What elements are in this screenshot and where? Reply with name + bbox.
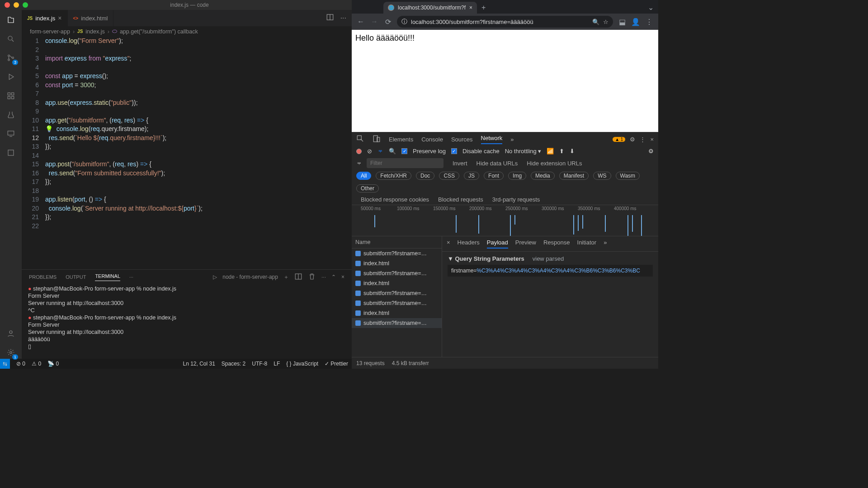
device-toggle-icon[interactable] [373,135,381,144]
close-icon[interactable]: × [469,5,472,11]
remote-explorer-icon[interactable] [5,127,17,140]
terminal-task-label[interactable]: node - form-server-app [222,274,278,280]
settings-gear-icon[interactable]: ⚙ [630,136,635,143]
record-icon[interactable] [356,149,362,154]
request-row[interactable]: submitform?firstname=… [352,249,442,258]
status-eol[interactable]: LF [274,361,280,367]
type-pill-media[interactable]: Media [531,172,555,180]
ext1-icon[interactable] [5,146,17,159]
close-icon[interactable]: × [341,274,344,280]
new-tab-icon[interactable]: + [477,2,490,14]
type-pill-all[interactable]: All [356,172,371,180]
request-row[interactable]: submitform?firstname=… [352,318,442,328]
import-icon[interactable]: ⬆ [559,148,564,155]
type-pill-css[interactable]: CSS [439,172,459,180]
status-warnings[interactable]: ⚠ 0 [32,361,41,367]
type-pill-wasm[interactable]: Wasm [616,172,640,180]
network-conditions-icon[interactable]: 📶 [547,148,554,155]
traffic-close-icon[interactable] [5,2,10,8]
remote-indicator-icon[interactable]: ⇆ [0,359,10,369]
section-toggle-icon[interactable]: ▼ [448,255,453,262]
terminal-run-icon[interactable]: ▷ [213,274,217,280]
site-info-icon[interactable]: ⓘ [401,18,407,26]
type-pill-doc[interactable]: Doc [416,172,434,180]
type-pill-manifest[interactable]: Manifest [559,172,589,180]
devtools-tab-sources[interactable]: Sources [451,136,473,143]
view-parsed-link[interactable]: view parsed [533,255,564,262]
type-pill-font[interactable]: Font [484,172,504,180]
filter-toggle-icon[interactable]: ⫧ [377,148,383,155]
search-icon[interactable] [5,33,17,45]
panel-tab-more[interactable]: ··· [129,274,133,280]
more-tabs-icon[interactable]: » [510,136,514,143]
zoom-icon[interactable]: 🔍 [592,19,599,25]
network-timeline[interactable]: 50000 ms100000 ms150000 ms200000 ms25000… [352,205,658,236]
traffic-max-icon[interactable] [23,2,28,8]
request-row[interactable]: index.html [352,278,442,288]
profile-icon[interactable]: 👤 [631,18,640,26]
more-icon[interactable]: ··· [321,274,326,280]
testing-icon[interactable] [5,108,17,121]
split-editor-icon[interactable] [326,13,334,23]
status-spaces[interactable]: Spaces: 2 [222,361,245,367]
status-encoding[interactable]: UTF-8 [252,361,267,367]
explorer-icon[interactable] [5,14,17,26]
terminal[interactable]: ● stephan@MacBook-Pro form-server-app % … [22,284,352,359]
status-lang[interactable]: { } JavaScript [286,361,318,367]
throttling-select[interactable]: No throttling ▾ [505,148,542,155]
status-ports[interactable]: 📡 0 [47,361,59,367]
inspect-icon[interactable] [356,135,364,144]
scm-icon[interactable]: 3 [5,52,17,64]
traffic-min-icon[interactable] [14,2,19,8]
request-row[interactable]: index.html [352,258,442,268]
settings-gear-icon[interactable]: ⚙ [648,148,654,155]
tab-index-js[interactable]: JS index.js × [22,10,68,26]
account-icon[interactable] [5,327,17,340]
disable-cache-checkbox[interactable]: ✓ [451,148,457,154]
more-icon[interactable]: ⋮ [640,136,646,143]
debug-icon[interactable] [5,70,17,83]
search-icon[interactable]: 🔍 [389,148,396,155]
code-editor[interactable]: 12345678910111213141516171819202122 cons… [22,37,352,269]
panel-tab-output[interactable]: OUTPUT [66,274,86,280]
back-icon[interactable]: ← [356,18,365,26]
devtools-tab-console[interactable]: Console [421,136,443,143]
terminal-split-icon[interactable] [294,272,302,282]
menu-icon[interactable]: ⋮ [645,18,654,26]
reload-icon[interactable]: ⟳ [383,18,392,26]
detail-tab-response[interactable]: Response [543,239,570,249]
request-row[interactable]: index.html [352,308,442,318]
more-tabs-icon[interactable]: » [604,239,607,249]
chevron-up-icon[interactable]: ⌃ [331,274,336,280]
type-pill-img[interactable]: Img [508,172,526,180]
extensions-icon[interactable] [5,89,17,102]
devtools-tab-elements[interactable]: Elements [389,136,413,143]
export-icon[interactable]: ⬇ [570,148,575,155]
status-prettier[interactable]: ✓ Prettier [325,361,348,367]
status-cursor[interactable]: Ln 12, Col 31 [183,361,215,367]
detail-tab-payload[interactable]: Payload [487,239,508,249]
terminal-new-icon[interactable]: ＋ [283,273,289,281]
clear-icon[interactable]: ⊘ [367,148,372,155]
type-pill-fetch/xhr[interactable]: Fetch/XHR [376,172,411,180]
request-row[interactable]: submitform?firstname=… [352,288,442,298]
request-row[interactable]: submitform?firstname=… [352,298,442,308]
filter-input[interactable] [367,158,443,168]
bookmark-icon[interactable]: ☆ [603,19,609,25]
close-icon[interactable]: × [58,14,61,22]
settings-gear-icon[interactable]: 1 [5,346,17,359]
close-icon[interactable]: × [447,239,450,249]
more-icon[interactable]: ··· [340,14,346,22]
address-bar[interactable]: ⓘ localhost:3000/submitform?firstname=ää… [397,16,613,28]
detail-tab-preview[interactable]: Preview [515,239,536,249]
chevron-down-icon[interactable]: ⌄ [643,1,658,14]
close-icon[interactable]: × [650,136,654,143]
breadcrumb[interactable]: form-server-app › JS index.js › ⬭ app.ge… [22,26,352,37]
tab-index-html[interactable]: <> index.html [68,10,114,26]
request-row[interactable]: submitform?firstname=… [352,268,442,278]
forward-icon[interactable]: → [370,18,379,26]
status-errors[interactable]: ⊘ 0 [16,361,25,367]
install-icon[interactable]: ⬓ [618,18,627,26]
trash-icon[interactable] [308,272,316,282]
type-pill-other[interactable]: Other [356,184,379,192]
